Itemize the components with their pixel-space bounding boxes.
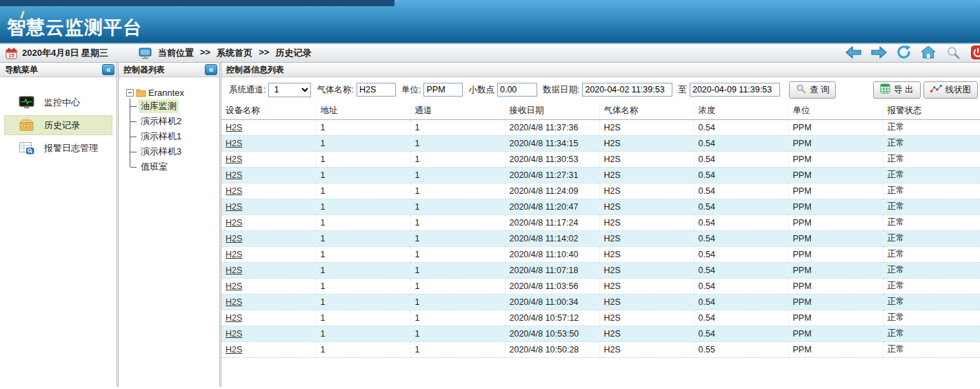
- device-link[interactable]: H2S: [226, 186, 242, 196]
- breadcrumb-current[interactable]: 历史记录: [275, 47, 311, 59]
- unit-cell: PPM: [788, 215, 883, 230]
- search-button[interactable]: [945, 46, 961, 61]
- channel-cell: 1: [410, 262, 505, 278]
- channel-select[interactable]: 1: [268, 83, 311, 97]
- back-button[interactable]: [846, 46, 862, 61]
- table-row[interactable]: H2S 1 1 2020/4/8 10:50:28 H2S 0.55 PPM 正…: [221, 341, 980, 357]
- unit-label: 单位:: [401, 84, 421, 96]
- data-date-label: 数据日期:: [543, 84, 579, 96]
- line-chart-button[interactable]: 线状图: [923, 81, 979, 99]
- controller-panel-header: 控制器列表 «: [119, 63, 219, 77]
- gas-name-cell: H2S: [599, 310, 694, 326]
- alarm-status-cell: 正常: [883, 167, 980, 183]
- controller-panel-title: 控制器列表: [123, 64, 165, 76]
- table-row[interactable]: H2S 1 1 2020/4/8 10:53:50 H2S 0.54 PPM 正…: [221, 326, 980, 341]
- device-link[interactable]: H2S: [226, 313, 242, 323]
- channel-cell: 1: [410, 119, 505, 135]
- date-to-input[interactable]: [690, 83, 780, 97]
- line-chart-icon: [930, 84, 942, 95]
- table-row[interactable]: H2S 1 1 2020/4/8 11:24:09 H2S 0.54 PPM 正…: [221, 183, 980, 199]
- column-header: 地址: [316, 102, 410, 119]
- tree-item-label: 值班室: [139, 160, 170, 174]
- device-link[interactable]: H2S: [226, 250, 242, 259]
- date-from-input[interactable]: [582, 83, 672, 97]
- collapse-tree-button[interactable]: «: [205, 64, 217, 75]
- device-link[interactable]: H2S: [226, 345, 242, 355]
- breadcrumb-home[interactable]: 系统首页: [217, 47, 252, 59]
- receive-date-cell: 2020/4/8 11:30:53: [505, 151, 599, 167]
- channel-cell: 1: [410, 151, 505, 167]
- device-link[interactable]: H2S: [226, 281, 242, 291]
- records-table: 设备名称地址通道接收日期气体名称浓度单位报警状态 H2S 1 1 2020/4/…: [221, 102, 980, 358]
- table-row[interactable]: H2S 1 1 2020/4/8 11:07:18 H2S 0.54 PPM 正…: [221, 262, 980, 278]
- concentration-cell: 0.54: [694, 246, 788, 262]
- channel-cell: 1: [410, 215, 505, 230]
- query-button-label: 查 询: [810, 84, 829, 96]
- device-name-cell: H2S: [221, 278, 316, 294]
- query-button[interactable]: 查 询: [789, 81, 836, 99]
- gas-name-input[interactable]: [357, 83, 396, 97]
- device-link[interactable]: H2S: [226, 329, 242, 339]
- concentration-cell: 0.54: [694, 215, 788, 230]
- collapse-node-icon[interactable]: [126, 89, 134, 97]
- alarm-status-cell: 正常: [883, 151, 980, 167]
- device-link[interactable]: H2S: [226, 139, 242, 148]
- address-cell: 1: [316, 294, 410, 310]
- tree-item-demo-unit-2[interactable]: 演示样机2: [130, 114, 219, 129]
- archive-drawer-icon: [19, 119, 34, 132]
- device-name-cell: H2S: [221, 199, 316, 215]
- table-row[interactable]: H2S 1 1 2020/4/8 11:14:02 H2S 0.54 PPM 正…: [221, 230, 980, 246]
- refresh-button[interactable]: [895, 46, 912, 61]
- nav-item-history-records[interactable]: 历史记录: [4, 115, 112, 135]
- device-link[interactable]: H2S: [226, 218, 242, 228]
- forward-button[interactable]: [870, 46, 887, 61]
- collapse-nav-button[interactable]: «: [102, 64, 114, 75]
- concentration-cell: 0.54: [694, 310, 788, 326]
- unit-cell: PPM: [788, 246, 883, 262]
- svg-text:15: 15: [8, 52, 14, 59]
- device-link[interactable]: H2S: [226, 123, 242, 132]
- receive-date-cell: 2020/4/8 11:03:56: [505, 278, 599, 294]
- concentration-cell: 0.54: [694, 151, 788, 167]
- table-row[interactable]: H2S 1 1 2020/4/8 11:27:31 H2S 0.54 PPM 正…: [221, 167, 980, 183]
- table-row[interactable]: H2S 1 1 2020/4/8 11:17:24 H2S 0.54 PPM 正…: [221, 215, 980, 230]
- alarm-status-cell: 正常: [883, 246, 980, 262]
- home-button[interactable]: [920, 46, 937, 61]
- unit-cell: PPM: [788, 341, 883, 357]
- export-button[interactable]: 导 出: [873, 81, 920, 99]
- unit-input[interactable]: [423, 83, 463, 97]
- device-link[interactable]: H2S: [226, 234, 242, 243]
- nav-item-monitoring-center[interactable]: 监控中心: [4, 92, 112, 112]
- table-row[interactable]: H2S 1 1 2020/4/8 11:37:36 H2S 0.54 PPM 正…: [221, 119, 980, 135]
- decimal-input[interactable]: [497, 83, 537, 97]
- app-root: 智慧云监测平台 15 2020年4月8日 星期三 当前位置 >> 系统: [0, 0, 980, 387]
- device-link[interactable]: H2S: [226, 266, 242, 275]
- table-row[interactable]: H2S 1 1 2020/4/8 11:34:15 H2S 0.54 PPM 正…: [221, 135, 980, 151]
- channel-cell: 1: [410, 310, 505, 326]
- tree-item-oil-depot-monitoring[interactable]: 油库监测: [130, 99, 219, 114]
- receive-date-cell: 2020/4/8 11:14:02: [505, 230, 599, 246]
- device-link[interactable]: H2S: [226, 154, 242, 164]
- table-row[interactable]: H2S 1 1 2020/4/8 11:30:53 H2S 0.54 PPM 正…: [221, 151, 980, 167]
- tree-root-node[interactable]: Eranntex: [126, 86, 219, 99]
- tree-item-demo-unit-3[interactable]: 演示样机3: [130, 144, 219, 159]
- tree-item-label: 油库监测: [139, 99, 179, 113]
- nav-item-alarm-log-management[interactable]: 报警日志管理: [4, 138, 112, 158]
- receive-date-cell: 2020/4/8 11:34:15: [505, 135, 599, 151]
- unit-cell: PPM: [788, 167, 883, 183]
- concentration-cell: 0.54: [694, 262, 788, 278]
- table-row[interactable]: H2S 1 1 2020/4/8 11:20:47 H2S 0.54 PPM 正…: [221, 199, 980, 215]
- table-row[interactable]: H2S 1 1 2020/4/8 11:03:56 H2S 0.54 PPM 正…: [221, 278, 980, 294]
- table-row[interactable]: H2S 1 1 2020/4/8 11:10:40 H2S 0.54 PPM 正…: [221, 246, 980, 262]
- tree-item-demo-unit-1[interactable]: 演示样机1: [130, 129, 219, 144]
- device-link[interactable]: H2S: [226, 202, 242, 212]
- device-link[interactable]: H2S: [226, 170, 242, 180]
- address-cell: 1: [316, 135, 410, 151]
- logout-button[interactable]: [970, 46, 980, 61]
- toolbar: 15 2020年4月8日 星期三 当前位置 >> 系统首页 >> 历史记录: [0, 43, 980, 63]
- table-row[interactable]: H2S 1 1 2020/4/8 11:00:34 H2S 0.54 PPM 正…: [221, 294, 980, 310]
- device-link[interactable]: H2S: [226, 297, 242, 307]
- main-panel: 控制器信息列表 系统通道: 1 气体名称: 单位: 小数点 数据日期: 至: [221, 63, 980, 387]
- tree-item-duty-room[interactable]: 值班室: [130, 159, 219, 174]
- table-row[interactable]: H2S 1 1 2020/4/8 10:57:12 H2S 0.54 PPM 正…: [221, 310, 980, 326]
